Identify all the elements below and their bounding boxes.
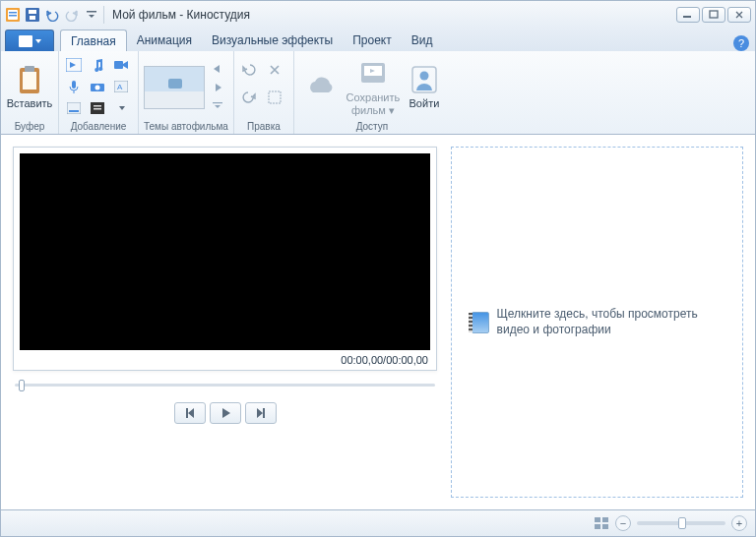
paste-label: Вставить: [7, 97, 53, 109]
group-edit: Правка: [234, 51, 294, 134]
zoom-in-button[interactable]: +: [731, 515, 747, 531]
tab-project[interactable]: Проект: [343, 30, 402, 51]
theme-thumbnail[interactable]: [144, 66, 205, 109]
rotate-right-icon[interactable]: [239, 89, 259, 106]
play-button[interactable]: [210, 402, 241, 424]
ribbon-tabs: Главная Анимация Визуальные эффекты Прое…: [0, 28, 756, 51]
group-label: Правка: [247, 121, 281, 134]
media-placeholder-icon: [472, 312, 489, 333]
group-label: Доступ: [356, 121, 389, 134]
scrub-thumb[interactable]: [19, 380, 25, 391]
svg-text:A: A: [117, 83, 123, 91]
add-credits-icon[interactable]: [88, 99, 107, 117]
preview-box: 00:00,00/00:00,00: [13, 147, 437, 371]
svg-rect-9: [710, 11, 718, 18]
group-add: A Добавление: [59, 51, 139, 134]
storyboard-area[interactable]: Щелкните здесь, чтобы просмотреть видео …: [451, 147, 743, 498]
theme-next-icon[interactable]: [208, 79, 227, 96]
save-movie-icon: [357, 58, 389, 90]
svg-rect-33: [595, 524, 600, 529]
add-webcam-icon[interactable]: [111, 56, 131, 74]
signin-button[interactable]: Войти: [404, 64, 445, 109]
add-video-icon[interactable]: [64, 56, 84, 74]
help-icon[interactable]: ?: [733, 35, 749, 51]
share-button[interactable]: [299, 71, 343, 104]
app-icon: [5, 7, 21, 23]
scrub-bar[interactable]: [15, 379, 435, 390]
group-clipboard: Вставить Буфер: [1, 51, 59, 134]
close-button[interactable]: [727, 7, 751, 23]
cloud-icon: [305, 71, 337, 102]
signin-label: Войти: [410, 97, 440, 109]
svg-rect-5: [29, 10, 36, 14]
tab-home[interactable]: Главная: [60, 30, 127, 51]
storyboard-prompt: Щелкните здесь, чтобы просмотреть видео …: [452, 307, 742, 337]
add-caption-icon[interactable]: [64, 99, 84, 117]
playback-controls: [13, 402, 437, 424]
add-music-icon[interactable]: [88, 56, 107, 74]
svg-rect-25: [213, 102, 222, 103]
delete-icon[interactable]: [265, 61, 284, 79]
record-narration-icon[interactable]: [64, 78, 84, 95]
view-thumb-icon[interactable]: [594, 516, 609, 530]
tab-animation[interactable]: Анимация: [127, 30, 202, 51]
group-label: Добавление: [71, 121, 127, 134]
window-title: Мой фильм - Киностудия: [112, 8, 676, 22]
timecode: 00:00,00/00:00,00: [20, 350, 430, 368]
svg-rect-6: [30, 16, 35, 20]
svg-rect-31: [595, 517, 600, 522]
theme-expand-icon[interactable]: [208, 97, 227, 115]
content-area: 00:00,00/00:00,00 Щелкните здесь, чтобы …: [0, 135, 756, 509]
user-icon: [409, 64, 440, 95]
svg-rect-20: [67, 102, 81, 114]
preview-pane: 00:00,00/00:00,00: [1, 135, 449, 509]
svg-rect-7: [87, 11, 96, 13]
svg-rect-26: [269, 91, 281, 103]
svg-rect-15: [72, 81, 76, 89]
window-controls: [676, 7, 751, 23]
status-bar: − +: [0, 509, 756, 537]
minimize-button[interactable]: [676, 7, 700, 23]
group-themes: Темы автофильма: [139, 51, 234, 134]
group-label: Буфер: [15, 121, 45, 134]
tab-effects[interactable]: Визуальные эффекты: [202, 30, 343, 51]
video-preview[interactable]: [20, 153, 430, 350]
snapshot-icon[interactable]: [88, 78, 107, 95]
clipboard-icon: [14, 64, 45, 95]
undo-icon[interactable]: [44, 7, 60, 23]
select-all-icon[interactable]: [265, 89, 284, 106]
svg-rect-2: [9, 12, 17, 14]
theme-prev-icon[interactable]: [208, 60, 227, 78]
zoom-slider[interactable]: [637, 521, 725, 525]
storyboard-text: Щелкните здесь, чтобы просмотреть видео …: [497, 307, 723, 337]
svg-rect-32: [602, 517, 608, 522]
save-icon[interactable]: [25, 7, 40, 23]
svg-rect-12: [25, 66, 34, 72]
svg-rect-34: [602, 524, 608, 529]
svg-rect-3: [9, 15, 17, 17]
svg-rect-23: [94, 105, 101, 107]
separator: [103, 6, 104, 24]
zoom-thumb[interactable]: [678, 517, 686, 529]
maximize-button[interactable]: [702, 7, 725, 23]
group-label: Темы автофильма: [144, 121, 228, 134]
svg-rect-24: [94, 108, 101, 110]
qat-customize-icon[interactable]: [84, 7, 99, 23]
svg-rect-14: [114, 61, 123, 69]
tab-view[interactable]: Вид: [402, 30, 443, 51]
group-access: Сохранить фильм ▾ Войти Доступ: [294, 51, 450, 134]
redo-icon[interactable]: [64, 7, 80, 23]
prev-frame-button[interactable]: [174, 402, 206, 424]
paste-button[interactable]: Вставить: [6, 64, 53, 109]
svg-rect-8: [683, 16, 691, 18]
quick-access-toolbar: [5, 7, 99, 23]
add-more-icon[interactable]: [111, 99, 131, 117]
next-frame-button[interactable]: [245, 402, 277, 424]
svg-point-30: [419, 72, 428, 81]
svg-rect-11: [23, 72, 36, 90]
rotate-left-icon[interactable]: [239, 61, 259, 79]
save-movie-button[interactable]: Сохранить фильм ▾: [346, 58, 401, 115]
zoom-out-button[interactable]: −: [615, 515, 631, 531]
file-menu-button[interactable]: [5, 30, 54, 51]
add-title-icon[interactable]: A: [111, 78, 131, 95]
